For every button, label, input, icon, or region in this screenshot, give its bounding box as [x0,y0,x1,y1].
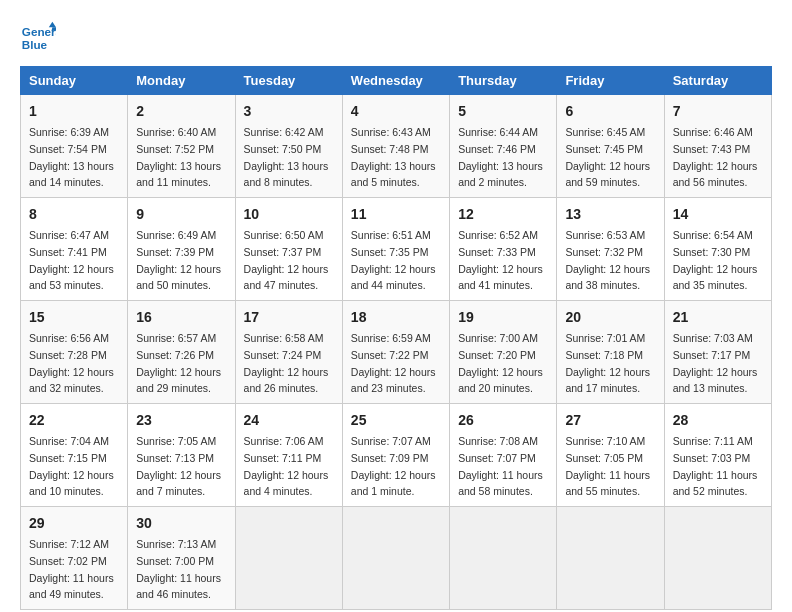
calendar-cell: 11Sunrise: 6:51 AMSunset: 7:35 PMDayligh… [342,198,449,301]
calendar-cell: 28Sunrise: 7:11 AMSunset: 7:03 PMDayligh… [664,404,771,507]
svg-text:Blue: Blue [22,38,48,51]
day-number: 3 [244,101,334,122]
day-info: Sunrise: 6:39 AMSunset: 7:54 PMDaylight:… [29,126,114,188]
calendar-cell: 15Sunrise: 6:56 AMSunset: 7:28 PMDayligh… [21,301,128,404]
day-info: Sunrise: 6:42 AMSunset: 7:50 PMDaylight:… [244,126,329,188]
day-number: 11 [351,204,441,225]
day-number: 20 [565,307,655,328]
calendar-cell: 9Sunrise: 6:49 AMSunset: 7:39 PMDaylight… [128,198,235,301]
weekday-header: Monday [128,67,235,95]
day-info: Sunrise: 7:08 AMSunset: 7:07 PMDaylight:… [458,435,543,497]
calendar-week-row: 29Sunrise: 7:12 AMSunset: 7:02 PMDayligh… [21,507,772,610]
day-number: 15 [29,307,119,328]
calendar-cell: 19Sunrise: 7:00 AMSunset: 7:20 PMDayligh… [450,301,557,404]
weekday-header: Thursday [450,67,557,95]
day-number: 30 [136,513,226,534]
day-info: Sunrise: 6:56 AMSunset: 7:28 PMDaylight:… [29,332,114,394]
weekday-header: Tuesday [235,67,342,95]
calendar-cell: 29Sunrise: 7:12 AMSunset: 7:02 PMDayligh… [21,507,128,610]
calendar-cell: 8Sunrise: 6:47 AMSunset: 7:41 PMDaylight… [21,198,128,301]
weekday-header: Friday [557,67,664,95]
calendar-cell: 30Sunrise: 7:13 AMSunset: 7:00 PMDayligh… [128,507,235,610]
day-number: 1 [29,101,119,122]
day-number: 23 [136,410,226,431]
day-number: 6 [565,101,655,122]
day-info: Sunrise: 6:47 AMSunset: 7:41 PMDaylight:… [29,229,114,291]
day-info: Sunrise: 6:49 AMSunset: 7:39 PMDaylight:… [136,229,221,291]
day-info: Sunrise: 7:06 AMSunset: 7:11 PMDaylight:… [244,435,329,497]
calendar-week-row: 1Sunrise: 6:39 AMSunset: 7:54 PMDaylight… [21,95,772,198]
day-info: Sunrise: 7:12 AMSunset: 7:02 PMDaylight:… [29,538,114,600]
day-number: 21 [673,307,763,328]
calendar-table: SundayMondayTuesdayWednesdayThursdayFrid… [20,66,772,610]
calendar-cell: 4Sunrise: 6:43 AMSunset: 7:48 PMDaylight… [342,95,449,198]
day-info: Sunrise: 7:01 AMSunset: 7:18 PMDaylight:… [565,332,650,394]
calendar-cell: 14Sunrise: 6:54 AMSunset: 7:30 PMDayligh… [664,198,771,301]
calendar-cell [557,507,664,610]
day-number: 22 [29,410,119,431]
day-number: 9 [136,204,226,225]
day-number: 29 [29,513,119,534]
day-number: 18 [351,307,441,328]
weekday-header: Wednesday [342,67,449,95]
day-number: 5 [458,101,548,122]
calendar-cell: 13Sunrise: 6:53 AMSunset: 7:32 PMDayligh… [557,198,664,301]
day-number: 13 [565,204,655,225]
calendar-cell: 20Sunrise: 7:01 AMSunset: 7:18 PMDayligh… [557,301,664,404]
calendar-cell: 16Sunrise: 6:57 AMSunset: 7:26 PMDayligh… [128,301,235,404]
day-info: Sunrise: 6:59 AMSunset: 7:22 PMDaylight:… [351,332,436,394]
day-number: 7 [673,101,763,122]
weekday-header: Saturday [664,67,771,95]
day-info: Sunrise: 6:44 AMSunset: 7:46 PMDaylight:… [458,126,543,188]
calendar-cell: 1Sunrise: 6:39 AMSunset: 7:54 PMDaylight… [21,95,128,198]
calendar-cell [342,507,449,610]
calendar-cell [664,507,771,610]
calendar-week-row: 15Sunrise: 6:56 AMSunset: 7:28 PMDayligh… [21,301,772,404]
calendar-cell: 18Sunrise: 6:59 AMSunset: 7:22 PMDayligh… [342,301,449,404]
day-info: Sunrise: 6:40 AMSunset: 7:52 PMDaylight:… [136,126,221,188]
day-number: 25 [351,410,441,431]
day-info: Sunrise: 6:45 AMSunset: 7:45 PMDaylight:… [565,126,650,188]
day-info: Sunrise: 7:00 AMSunset: 7:20 PMDaylight:… [458,332,543,394]
day-number: 28 [673,410,763,431]
calendar-cell: 21Sunrise: 7:03 AMSunset: 7:17 PMDayligh… [664,301,771,404]
day-info: Sunrise: 6:51 AMSunset: 7:35 PMDaylight:… [351,229,436,291]
calendar-cell [450,507,557,610]
calendar-cell: 17Sunrise: 6:58 AMSunset: 7:24 PMDayligh… [235,301,342,404]
day-info: Sunrise: 7:13 AMSunset: 7:00 PMDaylight:… [136,538,221,600]
calendar-cell: 26Sunrise: 7:08 AMSunset: 7:07 PMDayligh… [450,404,557,507]
day-number: 2 [136,101,226,122]
calendar-cell: 23Sunrise: 7:05 AMSunset: 7:13 PMDayligh… [128,404,235,507]
day-info: Sunrise: 7:04 AMSunset: 7:15 PMDaylight:… [29,435,114,497]
day-number: 17 [244,307,334,328]
day-number: 14 [673,204,763,225]
calendar-cell: 10Sunrise: 6:50 AMSunset: 7:37 PMDayligh… [235,198,342,301]
calendar-cell: 27Sunrise: 7:10 AMSunset: 7:05 PMDayligh… [557,404,664,507]
day-info: Sunrise: 6:46 AMSunset: 7:43 PMDaylight:… [673,126,758,188]
day-number: 16 [136,307,226,328]
logo: General Blue [20,20,56,56]
calendar-cell: 22Sunrise: 7:04 AMSunset: 7:15 PMDayligh… [21,404,128,507]
day-number: 19 [458,307,548,328]
day-info: Sunrise: 6:57 AMSunset: 7:26 PMDaylight:… [136,332,221,394]
day-number: 12 [458,204,548,225]
day-info: Sunrise: 7:05 AMSunset: 7:13 PMDaylight:… [136,435,221,497]
calendar-cell: 7Sunrise: 6:46 AMSunset: 7:43 PMDaylight… [664,95,771,198]
day-info: Sunrise: 7:03 AMSunset: 7:17 PMDaylight:… [673,332,758,394]
calendar-cell: 3Sunrise: 6:42 AMSunset: 7:50 PMDaylight… [235,95,342,198]
day-number: 4 [351,101,441,122]
day-info: Sunrise: 6:43 AMSunset: 7:48 PMDaylight:… [351,126,436,188]
day-info: Sunrise: 6:53 AMSunset: 7:32 PMDaylight:… [565,229,650,291]
day-number: 10 [244,204,334,225]
calendar-header: SundayMondayTuesdayWednesdayThursdayFrid… [21,67,772,95]
calendar-cell: 6Sunrise: 6:45 AMSunset: 7:45 PMDaylight… [557,95,664,198]
calendar-cell: 24Sunrise: 7:06 AMSunset: 7:11 PMDayligh… [235,404,342,507]
day-info: Sunrise: 7:11 AMSunset: 7:03 PMDaylight:… [673,435,758,497]
page-header: General Blue [20,20,772,56]
day-info: Sunrise: 6:58 AMSunset: 7:24 PMDaylight:… [244,332,329,394]
day-number: 8 [29,204,119,225]
day-info: Sunrise: 7:10 AMSunset: 7:05 PMDaylight:… [565,435,650,497]
calendar-cell: 5Sunrise: 6:44 AMSunset: 7:46 PMDaylight… [450,95,557,198]
day-number: 24 [244,410,334,431]
calendar-cell [235,507,342,610]
